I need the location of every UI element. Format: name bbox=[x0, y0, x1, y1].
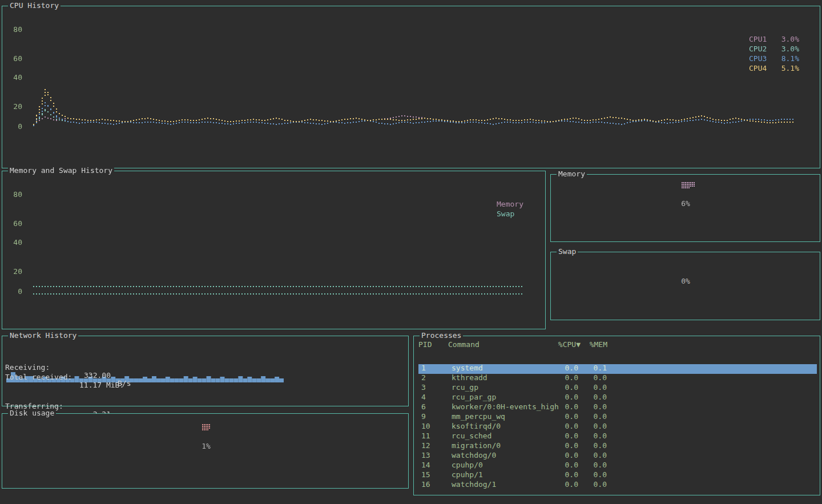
process-mem: 0.0 bbox=[574, 403, 607, 411]
total-received-value: 11.17 MiB: bbox=[79, 381, 124, 389]
process-row[interactable]: 3 rcu_gp 0.0 0.0 bbox=[418, 384, 817, 393]
process-row[interactable]: 9 mm_percpu_wq 0.0 0.0 bbox=[418, 413, 817, 422]
process-pid: 16 bbox=[421, 481, 430, 489]
cpu-legend: CPU1 3.0% CPU2 3.0% CPU3 8.1% CPU4 5.1% bbox=[749, 35, 799, 74]
process-pid: 10 bbox=[421, 422, 430, 430]
disk-usage-panel: Disk usage 1% bbox=[2, 413, 409, 489]
mem-ytick-40: 40 bbox=[11, 239, 22, 247]
cpu3-value: 8.1% bbox=[781, 55, 799, 63]
disk-usage-title: Disk usage bbox=[8, 409, 56, 417]
process-command: kworker/0:0H-events_high bbox=[452, 403, 559, 411]
cpu2-value: 3.0% bbox=[781, 45, 799, 53]
cpu-history-graph bbox=[2, 6, 820, 168]
mem-ytick-20: 20 bbox=[11, 268, 22, 276]
process-mem: 0.0 bbox=[574, 422, 607, 430]
cpu-ytick-60: 60 bbox=[11, 55, 22, 63]
process-command: rcu_gp bbox=[452, 384, 478, 392]
process-mem: 0.0 bbox=[574, 393, 607, 401]
cpu-ytick-80: 80 bbox=[11, 26, 22, 34]
cpu3-label: CPU3 bbox=[749, 55, 767, 63]
process-row[interactable]: 16 watchdog/1 0.0 0.0 bbox=[418, 481, 817, 490]
processes-title: Processes bbox=[420, 332, 463, 340]
process-command: cpuhp/0 bbox=[452, 461, 483, 469]
cpu-legend-item-cpu3: CPU3 8.1% bbox=[749, 55, 799, 64]
disk-usage-dots-icon bbox=[202, 424, 211, 431]
process-pid: 9 bbox=[421, 413, 426, 421]
network-total-line: Total received: 11.17 MiB: bbox=[5, 365, 405, 397]
processes-header-row: PID Command %CPU▼ %MEM bbox=[414, 341, 820, 350]
legend-item-swap: Swap bbox=[497, 210, 542, 220]
process-mem: 0.0 bbox=[574, 442, 607, 450]
mem-ytick-60: 60 bbox=[11, 220, 22, 228]
cpu-ytick-20: 20 bbox=[11, 103, 22, 111]
process-row[interactable]: 14 cpuhp/0 0.0 0.0 bbox=[418, 461, 817, 471]
column-header-mem[interactable]: %MEM bbox=[574, 341, 607, 349]
process-pid: 11 bbox=[421, 432, 430, 440]
cpu-ytick-0: 0 bbox=[11, 123, 22, 131]
process-row[interactable]: 4 rcu_par_gp 0.0 0.0 bbox=[418, 393, 817, 403]
swap-legend-label: Swap bbox=[497, 210, 514, 218]
process-mem: 0.0 bbox=[574, 432, 607, 440]
process-command: kthreadd bbox=[452, 374, 487, 382]
cpu-ytick-40: 40 bbox=[11, 74, 22, 82]
memory-legend-label: Memory bbox=[497, 200, 523, 208]
process-pid: 6 bbox=[421, 403, 426, 411]
process-mem: 0.0 bbox=[574, 471, 607, 479]
process-row[interactable]: 6 kworker/0:0H-events_high 0.0 0.0 bbox=[418, 403, 817, 413]
process-row[interactable]: 15 cpuhp/1 0.0 0.0 bbox=[418, 471, 817, 481]
cpu-legend-item-cpu4: CPU4 5.1% bbox=[749, 64, 799, 74]
process-mem: 0.0 bbox=[574, 413, 607, 421]
processes-panel: Processes PID Command %CPU▼ %MEM 1 syste… bbox=[413, 336, 820, 495]
cpu-header-text: %CPU bbox=[558, 340, 576, 349]
process-pid: 3 bbox=[421, 384, 426, 392]
process-command: mm_percpu_wq bbox=[452, 413, 505, 421]
memory-usage-dots-icon bbox=[682, 182, 695, 189]
swap-gauge-panel: Swap 0% bbox=[550, 252, 820, 320]
process-command: migration/0 bbox=[452, 442, 501, 450]
cpu-history-panel: CPU History 80 60 40 20 0 CPU1 3.0% CPU2… bbox=[2, 6, 820, 168]
process-command: cpuhp/1 bbox=[452, 471, 483, 479]
process-list: 1 systemd 0.0 0.1 2 kthreadd 0.0 0.0 3 r… bbox=[418, 364, 817, 490]
process-command: rcu_sched bbox=[452, 432, 491, 440]
process-pid: 14 bbox=[421, 461, 430, 469]
process-mem: 0.0 bbox=[574, 461, 607, 469]
process-pid: 15 bbox=[421, 471, 430, 479]
process-row[interactable]: 13 watchdog/0 0.0 0.0 bbox=[418, 451, 817, 461]
process-row[interactable]: 10 ksoftirqd/0 0.0 0.0 bbox=[418, 422, 817, 432]
cpu1-label: CPU1 bbox=[749, 35, 767, 43]
process-row-selected[interactable]: 1 systemd 0.0 0.1 bbox=[418, 364, 817, 374]
process-pid: 12 bbox=[421, 442, 430, 450]
memory-swap-history-panel: Memory and Swap History 80 60 40 20 0 Me… bbox=[2, 171, 546, 329]
swap-usage-percent: 0% bbox=[674, 277, 697, 285]
memory-swap-history-graph bbox=[2, 171, 545, 329]
legend-item-memory: Memory bbox=[497, 200, 542, 210]
column-header-pid[interactable]: PID bbox=[418, 341, 432, 349]
process-command: systemd bbox=[452, 364, 483, 372]
memory-gauge-panel: Memory 6% bbox=[550, 174, 820, 242]
memory-swap-legend: Memory Swap bbox=[497, 200, 542, 220]
memory-usage-percent: 6% bbox=[674, 200, 697, 208]
process-command: watchdog/0 bbox=[452, 451, 496, 459]
cpu4-label: CPU4 bbox=[749, 64, 767, 72]
process-mem: 0.0 bbox=[574, 481, 607, 489]
cpu1-value: 3.0% bbox=[781, 35, 799, 43]
disk-usage-percent: 1% bbox=[195, 442, 217, 450]
total-received-label: Total received: bbox=[5, 373, 72, 381]
process-mem: 0.0 bbox=[574, 451, 607, 459]
cpu4-value: 5.1% bbox=[781, 64, 799, 72]
process-mem: 0.0 bbox=[574, 384, 607, 392]
column-header-command[interactable]: Command bbox=[448, 341, 480, 349]
process-command: ksoftirqd/0 bbox=[452, 422, 501, 430]
system-monitor-screen: { "app": { "background": "#2d2d2d", "bor… bbox=[0, 0, 822, 504]
network-history-panel: Network History Receiving: 332.00 B/s To… bbox=[2, 336, 409, 406]
process-row[interactable]: 2 kthreadd 0.0 0.0 bbox=[418, 374, 817, 384]
process-row[interactable]: 11 rcu_sched 0.0 0.0 bbox=[418, 432, 817, 442]
process-pid: 13 bbox=[421, 451, 430, 459]
process-row[interactable]: 12 migration/0 0.0 0.0 bbox=[418, 442, 817, 451]
cpu-legend-item-cpu2: CPU2 3.0% bbox=[749, 45, 799, 55]
process-mem: 0.1 bbox=[574, 364, 607, 372]
cpu-legend-item-cpu1: CPU1 3.0% bbox=[749, 35, 799, 45]
process-pid: 4 bbox=[421, 393, 426, 401]
mem-ytick-80: 80 bbox=[11, 191, 22, 199]
memory-gauge-title: Memory bbox=[557, 170, 587, 178]
